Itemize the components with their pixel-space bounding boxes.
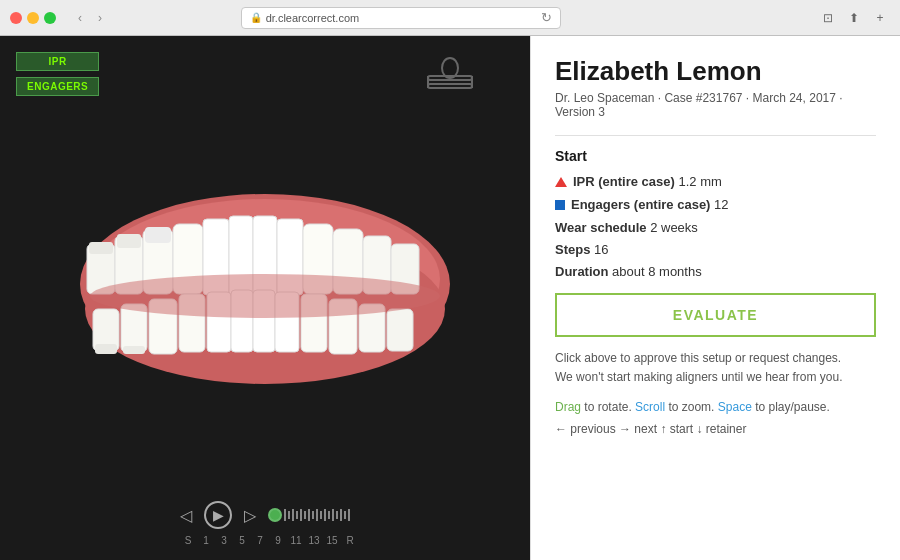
- step-tick: [344, 511, 346, 519]
- step-tick: [328, 511, 330, 519]
- current-step-indicator: [268, 508, 282, 522]
- steps-value: 16: [594, 242, 608, 257]
- svg-rect-9: [89, 242, 113, 254]
- info-panel: Elizabeth Lemon Dr. Leo Spaceman · Case …: [530, 36, 900, 560]
- hint-rotate: Drag to rotate. Scroll to zoom. Space to…: [555, 397, 876, 419]
- svg-rect-11: [117, 234, 141, 248]
- hints: Drag to rotate. Scroll to zoom. Space to…: [555, 397, 876, 440]
- svg-rect-13: [145, 227, 171, 243]
- steps-row: Steps 16: [555, 242, 876, 257]
- browser-chrome: ‹ › 🔒 dr.clearcorrect.com ↻ ⊡ ⬆ +: [0, 0, 900, 36]
- step-labels: S 1 3 5 7 9 11 13 15 R: [171, 535, 359, 546]
- case-date: March 24, 2017: [753, 91, 836, 105]
- traffic-lights: [10, 12, 56, 24]
- back-button[interactable]: ‹: [72, 10, 88, 26]
- window-button[interactable]: ⊡: [818, 8, 838, 28]
- step-label-7: 7: [251, 535, 269, 546]
- engagers-text: Engagers (entire case) 12: [571, 197, 729, 212]
- step-tick: [288, 511, 290, 519]
- space-hint-label: Space: [718, 400, 752, 414]
- step-tick: [292, 509, 294, 521]
- engagers-value: 12: [714, 197, 728, 212]
- url-text: dr.clearcorrect.com: [266, 12, 360, 24]
- svg-rect-24: [95, 344, 117, 354]
- step-label-9: 9: [269, 535, 287, 546]
- step-tick: [308, 509, 310, 521]
- step-tick: [324, 509, 326, 521]
- patient-details: Dr. Leo Spaceman · Case #231767 · March …: [555, 91, 876, 119]
- step-tick: [348, 509, 350, 521]
- ipr-text: IPR (entire case) 1.2 mm: [573, 174, 722, 189]
- teeth-model: [65, 124, 465, 404]
- reload-button[interactable]: ↻: [541, 10, 552, 25]
- viewer-panel: IPR ENGAGERS: [0, 36, 530, 560]
- step-label-13: 13: [305, 535, 323, 546]
- instruction-line2: We won't start making aligners until we …: [555, 368, 876, 387]
- instructions: Click above to approve this setup or req…: [555, 349, 876, 387]
- svg-rect-26: [123, 346, 145, 354]
- ipr-item: IPR (entire case) 1.2 mm: [555, 174, 876, 190]
- scroll-hint-action: to zoom.: [668, 400, 717, 414]
- patient-name: Elizabeth Lemon: [555, 56, 876, 87]
- svg-point-37: [90, 274, 440, 318]
- step-label-5: 5: [233, 535, 251, 546]
- step-tick: [312, 511, 314, 519]
- space-hint-action: to play/pause.: [755, 400, 830, 414]
- wear-schedule-label: Wear schedule: [555, 220, 647, 235]
- wear-schedule-value: 2 weeks: [650, 220, 698, 235]
- duration-row: Duration about 8 months: [555, 264, 876, 279]
- ipr-button[interactable]: IPR: [16, 52, 99, 71]
- section-divider: [555, 135, 876, 136]
- nav-buttons: ‹ ›: [72, 10, 108, 26]
- step-tick: [296, 511, 298, 519]
- address-bar[interactable]: 🔒 dr.clearcorrect.com ↻: [241, 7, 561, 29]
- step-tick: [300, 509, 302, 521]
- new-tab-button[interactable]: +: [870, 8, 890, 28]
- viewer-controls: ◁ ▶ ▷: [0, 491, 530, 560]
- engagers-button[interactable]: ENGAGERS: [16, 77, 99, 96]
- lock-icon: 🔒: [250, 12, 262, 23]
- step-label-3: 3: [215, 535, 233, 546]
- section-title: Start: [555, 148, 876, 164]
- step-label-15: 15: [323, 535, 341, 546]
- step-tick: [336, 511, 338, 519]
- engagers-item: Engagers (entire case) 12: [555, 197, 876, 213]
- drag-hint-action: to rotate.: [584, 400, 635, 414]
- case-number: Case #231767: [664, 91, 742, 105]
- step-tick: [304, 511, 306, 519]
- step-tick: [332, 509, 334, 521]
- engager-square-icon: [555, 198, 565, 213]
- maximize-button[interactable]: [44, 12, 56, 24]
- duration-value: about 8 months: [612, 264, 702, 279]
- svg-rect-36: [387, 309, 413, 351]
- forward-button[interactable]: ›: [92, 10, 108, 26]
- step-label-1: 1: [197, 535, 215, 546]
- wear-schedule-row: Wear schedule 2 weeks: [555, 220, 876, 235]
- duration-label: Duration: [555, 264, 608, 279]
- previous-button[interactable]: ◁: [180, 506, 192, 525]
- steps-label: Steps: [555, 242, 590, 257]
- step-label-r: R: [341, 535, 359, 546]
- step-label-11: 11: [287, 535, 305, 546]
- playback-controls: ◁ ▶ ▷: [180, 501, 350, 529]
- step-tick: [316, 509, 318, 521]
- evaluate-button[interactable]: EVALUATE: [555, 293, 876, 337]
- step-tick: [320, 511, 322, 519]
- ipr-triangle-icon: [555, 175, 567, 190]
- hint-navigation: ← previous → next ↑ start ↓ retainer: [555, 419, 876, 441]
- step-track: [268, 508, 350, 522]
- minimize-button[interactable]: [27, 12, 39, 24]
- next-button[interactable]: ▷: [244, 506, 256, 525]
- step-tick: [284, 509, 286, 521]
- viewer-toolbar: IPR ENGAGERS: [16, 52, 99, 96]
- step-label-s: S: [179, 535, 197, 546]
- doctor-name: Dr. Leo Spaceman: [555, 91, 654, 105]
- main-content: IPR ENGAGERS: [0, 36, 900, 560]
- drag-hint-label: Drag: [555, 400, 581, 414]
- step-tick: [340, 509, 342, 521]
- share-button[interactable]: ⬆: [844, 8, 864, 28]
- version: Version 3: [555, 105, 605, 119]
- scroll-hint-label: Scroll: [635, 400, 665, 414]
- play-button[interactable]: ▶: [204, 501, 232, 529]
- close-button[interactable]: [10, 12, 22, 24]
